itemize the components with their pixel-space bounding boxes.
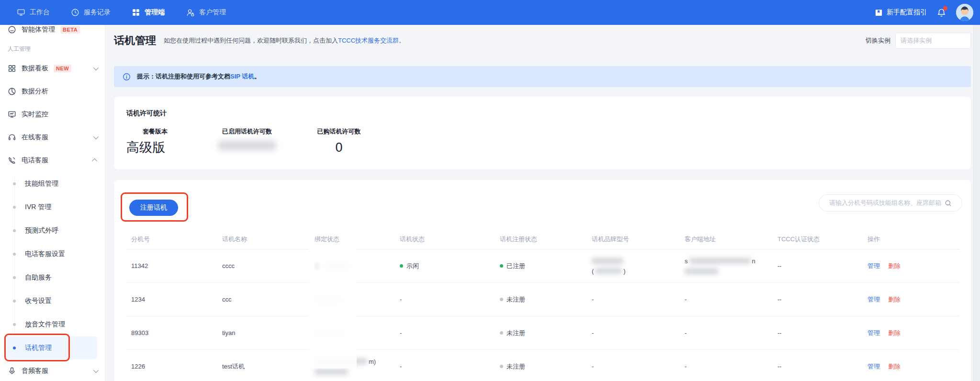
manage-link[interactable]: 管理 — [867, 329, 880, 337]
sidebar-subitem-label: 放音文件管理 — [25, 320, 65, 329]
delete-link[interactable]: 删除 — [888, 262, 901, 270]
cell-text: - — [400, 363, 402, 370]
sidebar-subitem-item[interactable]: 技能组管理 — [0, 172, 105, 195]
sidebar-subitem-item[interactable]: 放音文件管理 — [0, 313, 105, 336]
nav-admin[interactable]: 管理端 — [132, 8, 165, 17]
delete-link[interactable]: 删除 — [888, 329, 901, 337]
cell-text: m) — [369, 358, 376, 365]
sidebar-subitem-item[interactable]: 自助服务 — [0, 266, 105, 289]
sidebar-subitem-item[interactable]: IVR 管理 — [0, 195, 105, 219]
cell-actions: 管理删除 — [867, 295, 959, 304]
cell-actions: 管理删除 — [867, 362, 959, 371]
bullet-dot — [13, 253, 16, 256]
dashboard-icon — [8, 64, 16, 73]
cell-text: n — [752, 258, 755, 265]
green-status-dot — [400, 264, 403, 268]
redacted-line: m) — [315, 358, 376, 365]
avatar[interactable] — [956, 4, 973, 21]
cell-actions: 管理删除 — [867, 329, 959, 337]
delete-link[interactable]: 删除 — [888, 295, 901, 304]
sidebar-item-agent-management[interactable]: 智能体管理 BETA — [0, 25, 105, 37]
column-header: 话机注册状态 — [500, 235, 592, 244]
sidebar-subitem-item[interactable]: 预测式外呼 — [0, 219, 105, 242]
notifications-button[interactable] — [936, 8, 946, 18]
cell-text: -- — [777, 363, 782, 370]
sidebar-item-phone-service[interactable]: 电话客服 — [0, 149, 105, 172]
sidebar-item-label: 智能体管理 — [22, 25, 55, 34]
notification-badge-dot — [943, 6, 947, 11]
cell-text: ) — [623, 268, 625, 275]
license-stats-card: 话机许可统计 套餐版本 高级版 已启用话机许可数 已购话机许可数 0 — [114, 97, 971, 169]
manage-link[interactable]: 管理 — [867, 262, 880, 270]
delete-link[interactable]: 删除 — [888, 362, 901, 371]
column-header: 操作 — [867, 235, 959, 244]
sidebar-subitem-item[interactable]: 电话客服设置 — [0, 242, 105, 266]
phone-service-submenu: 技能组管理IVR 管理预测式外呼电话客服设置自助服务收号设置放音文件管理话机管理 — [0, 172, 105, 359]
cell-extension: 89303 — [131, 329, 222, 336]
cell-phone-status: - — [400, 363, 500, 370]
nav-service-records[interactable]: 服务记录 — [71, 8, 111, 17]
cell-client-address: sn — [685, 258, 777, 275]
column-header: 话机状态 — [400, 235, 500, 244]
sip-phone-doc-link[interactable]: SIP 话机 — [230, 73, 254, 80]
column-header: 分机号 — [131, 235, 222, 244]
cell-text: 未注册 — [507, 362, 525, 371]
column-header: 客户端地址 — [685, 235, 777, 244]
sidebar-item-label: 数据看板 — [22, 64, 48, 73]
search-input[interactable]: 请输入分机号码或技能组名称、座席邮箱 — [819, 194, 962, 212]
setup-guide-button[interactable]: 新手配置指引 — [875, 8, 927, 17]
app-shell: 智能体管理 BETA 人工管理 数据看板 NEW 数据分析 实时监控 在线客服 — [0, 25, 980, 381]
cell-text: - — [685, 363, 687, 370]
table-row: 1226test话机m)-未注册----管理删除 — [125, 350, 959, 381]
sidebar-section-label: 人工管理 — [0, 37, 105, 57]
info-banner: 提示：话机注册和使用可参考文档SIP 话机。 — [114, 66, 971, 87]
cell-text: 89303 — [131, 329, 148, 336]
topbar-right: 新手配置指引 — [875, 4, 973, 21]
cell-register-status: 未注册 — [500, 329, 592, 337]
banner-prefix: 提示：话机注册和使用可参考文档 — [137, 73, 230, 80]
search-icon — [945, 200, 952, 207]
sidebar-subitem-item[interactable]: 收号设置 — [0, 289, 105, 313]
page-scrollbar[interactable] — [973, 25, 980, 381]
cell-phone-status: - — [400, 329, 500, 336]
pie-chart-icon — [8, 87, 16, 96]
manage-link[interactable]: 管理 — [867, 295, 880, 304]
register-phone-button[interactable]: 注册话机 — [129, 200, 178, 216]
stat-value: 0 — [310, 140, 368, 155]
beta-badge: BETA — [60, 26, 80, 34]
cell-register-status: 已注册 — [500, 262, 592, 270]
robot-icon — [8, 25, 16, 34]
cell-tccc-auth: -- — [777, 296, 867, 303]
banner-suffix: 。 — [254, 73, 260, 80]
cell-client-address: - — [685, 296, 777, 303]
redacted-line: sn — [685, 258, 755, 265]
redacted-line — [315, 369, 348, 375]
cell-text: -- — [777, 262, 782, 269]
column-header: 绑定状态 — [315, 235, 400, 244]
cell-extension: 1234 — [131, 296, 222, 303]
cell-text: 未注册 — [507, 295, 525, 304]
cell-phone-name: test话机 — [222, 362, 315, 371]
cell-phone-status: 示闲 — [400, 262, 500, 270]
nav-workbench[interactable]: 工作台 — [17, 8, 50, 17]
sidebar-item-data-analysis[interactable]: 数据分析 — [0, 80, 105, 103]
sidebar-item-online-service[interactable]: 在线客服 — [0, 126, 105, 149]
sidebar-item-audio-service[interactable]: 音频客服 — [0, 359, 105, 381]
nav-label: 管理端 — [145, 8, 165, 17]
sidebar-item-label: 电话客服 — [22, 156, 48, 165]
redacted-line — [685, 268, 718, 275]
sidebar-item-realtime-monitor[interactable]: 实时监控 — [0, 103, 105, 126]
topbar: 工作台 服务记录 管理端 客户管理 新手配置指引 — [0, 0, 980, 25]
page-header: 话机管理 如您在使用过程中遇到任何问题，欢迎随时联系我们，点击加入TCCC技术服… — [114, 25, 971, 56]
cell-text: test话机 — [222, 362, 245, 371]
sidebar-item-data-dashboard[interactable]: 数据看板 NEW — [0, 57, 105, 80]
instance-select-placeholder: 请选择实例 — [901, 36, 932, 45]
instance-select[interactable]: 请选择实例 — [895, 33, 971, 49]
tccc-group-link[interactable]: TCCC技术服务交流群。 — [338, 37, 405, 44]
sidebar-subitem-phone-management[interactable]: 话机管理 — [0, 336, 105, 359]
nav-customer-management[interactable]: 客户管理 — [186, 8, 226, 17]
main-content: 话机管理 如您在使用过程中遇到任何问题，欢迎随时联系我们，点击加入TCCC技术服… — [105, 25, 973, 381]
stat-label: 套餐版本 — [126, 127, 184, 136]
manage-link[interactable]: 管理 — [867, 362, 880, 371]
cell-text: ( — [592, 268, 594, 275]
